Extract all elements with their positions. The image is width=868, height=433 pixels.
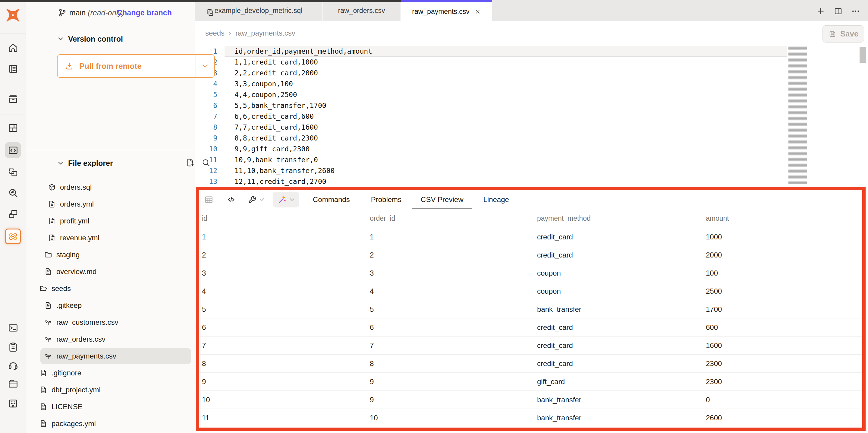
window-top-edge [0,0,401,2]
table-row-1[interactable]: 11credit_card1000 [199,228,862,246]
table-cell: 2300 [706,359,862,368]
breadcrumb-item[interactable]: seeds [205,29,224,37]
copy-icon[interactable] [206,8,215,17]
panel-tab-csv-preview[interactable]: CSV Preview [421,190,463,209]
rail-notebook-icon[interactable] [5,61,21,77]
panel-tab-lineage[interactable]: Lineage [483,190,509,209]
minimap[interactable] [788,46,810,184]
file-tree-item-orders-sql[interactable]: orders.sql [26,179,195,196]
rail-browser-window-icon[interactable] [5,376,21,392]
version-control-header[interactable]: Version control [57,34,123,44]
ai-assist-button[interactable] [273,192,299,207]
table-row-8[interactable]: 88credit_card2300 [199,355,862,373]
dbt-logo-icon[interactable] [4,7,22,24]
table-row-5[interactable]: 55bank_transfer1700 [199,300,862,318]
rail-building-icon[interactable] [5,395,21,411]
file-tree-item-profit-yml[interactable]: profit.yml [26,212,195,229]
editor-tab-raw-orders-csv[interactable]: raw_orders.csv [323,0,401,21]
file-tree-item-raw-orders-csv[interactable]: raw_orders.csv [26,331,195,348]
code-editor[interactable]: 1id,order_id,payment_method,amount21,1,c… [195,46,868,186]
code-line-9[interactable]: 98,8,credit_card,2300 [195,133,787,144]
close-tab-icon[interactable] [474,8,481,15]
file-tree-item--gitignore[interactable]: .gitignore [26,365,195,381]
pull-from-remote-button[interactable]: Pull from remote [57,54,215,78]
rail-layout-grid-icon[interactable] [5,120,21,136]
branch-header: main (read-only) Change branch [26,0,195,25]
code-view-icon[interactable] [225,194,237,206]
new-tab-plus-icon[interactable] [816,7,825,16]
editor-scrollbar-thumb[interactable] [860,47,866,63]
table-view-icon[interactable] [203,194,215,206]
rail-magnifier-chart-icon[interactable] [5,185,21,201]
table-cell: credit_card [537,233,706,241]
code-line-5[interactable]: 54,4,coupon,2500 [195,89,787,100]
save-button[interactable]: Save [823,25,864,42]
table-row-2[interactable]: 22credit_card2000 [199,246,862,264]
table-row-7[interactable]: 77credit_card1600 [199,337,862,355]
tab-label: raw_orders.csv [338,7,385,15]
rail-clipboard-icon[interactable] [5,339,21,355]
code-line-12[interactable]: 1211,10,bank_transfer,2600 [195,165,787,176]
chevron-down-icon[interactable] [259,197,265,203]
search-icon[interactable] [201,158,210,167]
rail-terminal-icon[interactable] [5,320,21,336]
breadcrumb-item[interactable]: raw_payments.csv [236,29,296,37]
file-name: orders.yml [60,200,94,208]
file-explorer-header[interactable]: File explorer [57,158,113,168]
file-tree-item-seeds[interactable]: seeds [26,280,195,297]
code-line-8[interactable]: 87,7,credit_card,1600 [195,122,787,133]
table-row-11[interactable]: 1110bank_transfer2600 [199,409,862,427]
file-tree-item-raw-payments-csv[interactable]: raw_payments.csv [26,348,195,365]
code-line-3[interactable]: 32,2,credit_card,2000 [195,67,787,78]
file-tree-item-dbt-project-yml[interactable]: dbt_project.yml [26,381,195,398]
table-row-10[interactable]: 109bank_transfer0 [199,391,862,409]
rail-atom-icon[interactable] [5,229,21,244]
rail-archive-box-icon[interactable] [5,91,21,107]
folder-open-icon [39,284,48,293]
rail-window-dashed-icon[interactable] [5,164,21,180]
line-content: 8,8,credit_card,2300 [224,133,787,144]
code-line-4[interactable]: 43,3,coupon,100 [195,78,787,89]
code-line-11[interactable]: 1110,9,bank_transfer,0 [195,154,787,165]
new-file-icon[interactable] [186,158,195,167]
file-tree-item-orders-yml[interactable]: orders.yml [26,196,195,212]
more-options-icon[interactable] [851,7,860,16]
rail-windows-overlap-icon[interactable] [5,206,21,222]
code-line-1[interactable]: 1id,order_id,payment_method,amount [195,46,787,57]
table-row-9[interactable]: 99gift_card2300 [199,373,862,391]
pull-from-remote-main[interactable]: Pull from remote [58,61,195,71]
line-content: 4,4,coupon,2500 [224,89,787,100]
file-tree-item-staging[interactable]: staging [26,247,195,263]
chevron-down-icon [202,62,209,70]
file-tree-item-raw-customers-csv[interactable]: raw_customers.csv [26,314,195,331]
split-editor-icon[interactable] [834,7,843,16]
file-tree-item--gitkeep[interactable]: .gitkeep [26,297,195,314]
rail-headset-icon[interactable] [5,357,21,373]
panel-tab-problems[interactable]: Problems [371,190,401,209]
code-line-13[interactable]: 1312,11,credit_card,2700 [195,176,787,186]
rail-divider [0,115,26,115]
pull-options-dropdown[interactable] [195,55,214,77]
table-cell: 5 [202,305,370,314]
code-line-2[interactable]: 21,1,credit_card,1000 [195,57,787,67]
code-line-7[interactable]: 76,6,credit_card,600 [195,111,787,122]
file-tree-item-packages-yml[interactable]: packages.yml [26,415,195,432]
panel-tab-commands[interactable]: Commands [313,190,350,209]
file-tree-item-revenue-yml[interactable]: revenue.yml [26,229,195,247]
table-row-3[interactable]: 33coupon100 [199,264,862,282]
table-row-6[interactable]: 66credit_card600 [199,318,862,337]
code-line-6[interactable]: 65,5,bank_transfer,1700 [195,100,787,111]
change-branch-link[interactable]: Change branch [117,8,172,17]
table-cell: 8 [370,359,537,368]
rail-home-icon[interactable] [5,40,21,56]
editor-tab-raw-payments-csv[interactable]: raw_payments.csv [401,0,492,21]
file-tree-item-license[interactable]: LICENSE [26,398,195,415]
file-tree-item-overview-md[interactable]: overview.md [26,263,195,280]
code-line-10[interactable]: 109,9,gift_card,2300 [195,144,787,154]
line-content: 1,1,credit_card,1000 [224,57,787,67]
table-cell: 2500 [706,287,862,295]
table-row-4[interactable]: 44coupon2500 [199,282,862,300]
line-content: 10,9,bank_transfer,0 [224,154,787,165]
rail-code-editor-icon[interactable] [5,142,21,158]
build-wrench-icon[interactable] [246,194,258,206]
